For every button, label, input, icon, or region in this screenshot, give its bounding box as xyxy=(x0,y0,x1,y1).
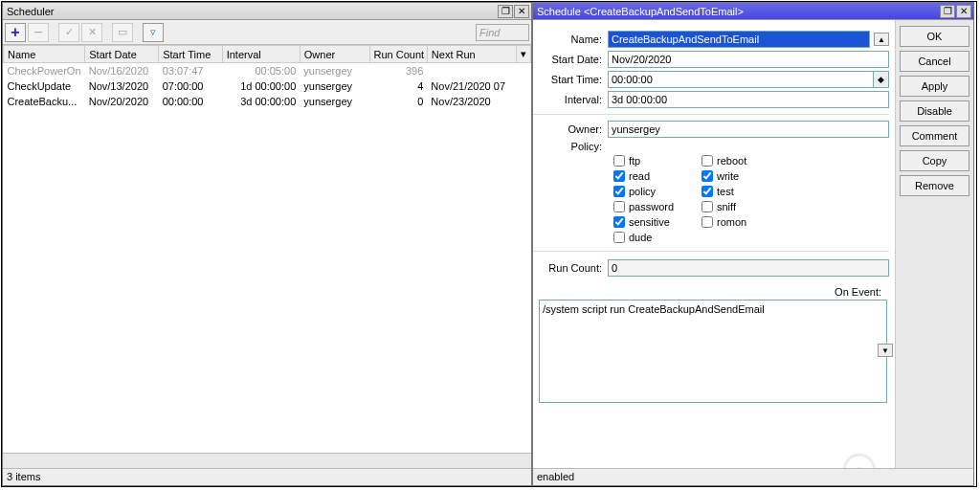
horizontal-scrollbar[interactable] xyxy=(3,453,531,468)
table-row[interactable]: CheckUpdateNov/13/202007:00:001d 00:00:0… xyxy=(4,78,531,94)
column-header[interactable]: Start Time xyxy=(159,46,223,63)
cancel-button[interactable]: Cancel xyxy=(900,51,969,72)
scheduler-status: 3 items xyxy=(3,468,531,485)
start-date-input[interactable]: Nov/20/2020 xyxy=(608,51,889,68)
comment-button[interactable]: Comment xyxy=(900,125,969,146)
policy-sensitive-checkbox[interactable]: sensitive xyxy=(613,216,690,228)
policy-reboot-checkbox[interactable]: reboot xyxy=(702,155,778,167)
apply-button[interactable]: Apply xyxy=(900,76,969,97)
scheduler-toolbar: + − ✓ ✕ ▭ ▿ Find xyxy=(3,20,531,45)
button-column: OKCancelApplyDisableCommentCopyRemove xyxy=(895,20,973,468)
name-input[interactable]: CreateBackupAndSendToEmail xyxy=(608,31,870,48)
owner-label: Owner: xyxy=(533,123,608,135)
interval-label: Interval: xyxy=(533,94,608,105)
interval-input[interactable]: 3d 00:00:00 xyxy=(608,91,889,108)
filter-button[interactable]: ▿ xyxy=(143,23,164,42)
scroll-down-icon[interactable]: ▼ xyxy=(878,344,893,357)
close-icon[interactable]: ✕ xyxy=(956,5,971,18)
policy-policy-checkbox[interactable]: policy xyxy=(613,186,690,197)
policy-label: Policy: xyxy=(533,141,608,152)
disable-button[interactable]: ✕ xyxy=(81,23,102,42)
copy-button[interactable]: Copy xyxy=(900,150,969,171)
column-header[interactable]: Run Count xyxy=(369,46,427,63)
enable-button[interactable]: ✓ xyxy=(58,23,79,42)
policy-test-checkbox[interactable]: test xyxy=(702,186,778,197)
run-count-value: 0 xyxy=(608,259,889,277)
disable-button[interactable]: Disable xyxy=(900,100,969,122)
column-header[interactable]: Owner xyxy=(300,46,369,63)
scheduler-title: Scheduler xyxy=(5,6,497,17)
remove-button[interactable]: Remove xyxy=(900,175,969,196)
on-event-input[interactable]: /system script run CreateBackupAndSendEm… xyxy=(539,300,887,403)
run-count-label: Run Count: xyxy=(533,262,608,274)
scroll-up-icon[interactable]: ▲ xyxy=(874,33,889,46)
owner-input[interactable]: yunsergey xyxy=(608,121,889,138)
policy-password-checkbox[interactable]: password xyxy=(613,201,690,212)
column-header[interactable]: Next Run xyxy=(427,46,517,63)
column-overflow-icon[interactable]: ▾ xyxy=(517,46,531,63)
schedule-title: Schedule <CreateBackupAndSendToEmail> xyxy=(535,6,939,17)
comment-button[interactable]: ▭ xyxy=(112,23,133,42)
table-row[interactable]: CreateBacku...Nov/20/202000:00:003d 00:0… xyxy=(4,94,531,109)
policy-dude-checkbox[interactable]: dude xyxy=(613,232,690,243)
scheduler-window: Scheduler ❐ ✕ + − ✓ ✕ ▭ ▿ Find NameStart… xyxy=(2,2,532,486)
policy-ftp-checkbox[interactable]: ftp xyxy=(613,155,690,167)
policy-read-checkbox[interactable]: read xyxy=(613,170,690,182)
scheduler-titlebar: Scheduler ❐ ✕ xyxy=(3,3,531,20)
restore-icon[interactable]: ❐ xyxy=(940,5,955,18)
ok-button[interactable]: OK xyxy=(900,26,969,47)
column-header[interactable]: Name xyxy=(4,46,85,63)
policy-group: ftprebootreadwritepolicytestpasswordsnif… xyxy=(613,155,889,243)
table-row[interactable]: CheckPowerOnNov/16/202003:07:4700:05:00y… xyxy=(4,63,531,78)
start-time-dropdown-icon[interactable]: ◆ xyxy=(874,71,889,88)
schedule-titlebar: Schedule <CreateBackupAndSendToEmail> ❐ … xyxy=(533,3,973,20)
policy-sniff-checkbox[interactable]: sniff xyxy=(702,201,778,212)
name-label: Name: xyxy=(533,33,608,45)
on-event-label: On Event: xyxy=(533,286,881,298)
column-header[interactable]: Start Date xyxy=(85,46,159,63)
remove-button[interactable]: − xyxy=(28,23,49,42)
start-date-label: Start Date: xyxy=(533,54,608,65)
policy-write-checkbox[interactable]: write xyxy=(702,170,778,182)
start-time-input[interactable]: 00:00:00 xyxy=(608,71,874,88)
close-icon[interactable]: ✕ xyxy=(514,5,529,18)
schedule-window: Schedule <CreateBackupAndSendToEmail> ❐ … xyxy=(532,2,974,486)
form-area: Name: CreateBackupAndSendToEmail ▲ Start… xyxy=(533,20,895,468)
schedule-status: enabled xyxy=(533,468,973,485)
start-time-label: Start Time: xyxy=(533,74,608,85)
restore-icon[interactable]: ❐ xyxy=(498,5,513,18)
column-header[interactable]: Interval xyxy=(222,46,300,63)
add-button[interactable]: + xyxy=(5,23,26,42)
policy-romon-checkbox[interactable]: romon xyxy=(702,216,778,228)
find-input[interactable]: Find xyxy=(476,24,529,41)
scheduler-grid[interactable]: NameStart DateStart TimeIntervalOwnerRun… xyxy=(3,45,531,453)
